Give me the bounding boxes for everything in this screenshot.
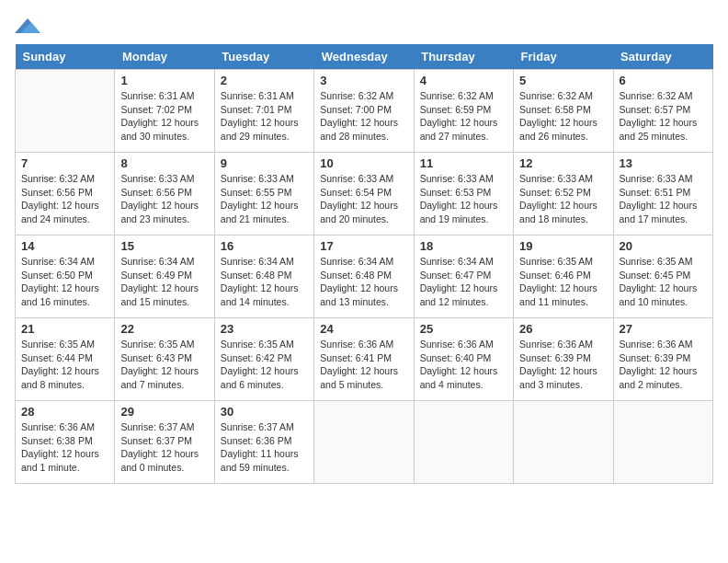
calendar-cell: 18Sunrise: 6:34 AMSunset: 6:47 PMDayligh… [414,236,513,318]
week-row-3: 14Sunrise: 6:34 AMSunset: 6:50 PMDayligh… [16,236,713,318]
day-number: 1 [120,74,208,87]
day-number: 15 [120,239,208,253]
day-number: 22 [120,322,208,336]
day-info: Sunrise: 6:33 AMSunset: 6:54 PMDaylight:… [320,172,407,226]
calendar-cell: 19Sunrise: 6:35 AMSunset: 6:46 PMDayligh… [514,236,613,318]
day-number: 20 [620,239,707,253]
day-number: 18 [420,239,507,253]
day-number: 14 [21,239,108,253]
day-number: 6 [620,74,707,87]
calendar-cell: 30Sunrise: 6:37 AMSunset: 6:36 PMDayligh… [214,401,313,484]
header-saturday: Saturday [613,44,712,70]
day-number: 17 [320,239,407,253]
day-number: 26 [519,322,607,336]
day-number: 9 [221,156,308,170]
day-info: Sunrise: 6:33 AMSunset: 6:55 PMDaylight:… [221,172,308,226]
week-row-2: 7Sunrise: 6:32 AMSunset: 6:56 PMDaylight… [16,153,713,236]
day-number: 2 [221,74,308,87]
day-number: 7 [21,156,108,170]
calendar-cell: 14Sunrise: 6:34 AMSunset: 6:50 PMDayligh… [16,236,115,318]
day-number: 5 [519,74,607,87]
day-info: Sunrise: 6:34 AMSunset: 6:48 PMDaylight:… [221,255,308,309]
calendar-cell [613,401,712,484]
day-number: 12 [519,156,607,170]
day-info: Sunrise: 6:37 AMSunset: 6:36 PMDaylight:… [221,420,308,475]
calendar-cell: 12Sunrise: 6:33 AMSunset: 6:52 PMDayligh… [514,153,613,236]
calendar-cell: 22Sunrise: 6:35 AMSunset: 6:43 PMDayligh… [115,318,214,401]
day-number: 28 [21,405,108,419]
calendar-cell: 28Sunrise: 6:36 AMSunset: 6:38 PMDayligh… [16,401,115,484]
calendar-cell: 15Sunrise: 6:34 AMSunset: 6:49 PMDayligh… [115,236,214,318]
day-info: Sunrise: 6:34 AMSunset: 6:49 PMDaylight:… [120,255,208,309]
header-tuesday: Tuesday [214,44,313,70]
calendar-cell: 26Sunrise: 6:36 AMSunset: 6:39 PMDayligh… [514,318,613,401]
day-number: 23 [221,322,308,336]
day-number: 3 [320,74,407,87]
day-info: Sunrise: 6:32 AMSunset: 6:58 PMDaylight:… [519,89,607,144]
day-info: Sunrise: 6:34 AMSunset: 6:47 PMDaylight:… [420,255,507,309]
calendar-cell: 27Sunrise: 6:36 AMSunset: 6:39 PMDayligh… [613,318,712,401]
week-row-4: 21Sunrise: 6:35 AMSunset: 6:44 PMDayligh… [16,318,713,401]
header-row: SundayMondayTuesdayWednesdayThursdayFrid… [16,44,713,70]
day-info: Sunrise: 6:37 AMSunset: 6:37 PMDaylight:… [120,420,208,475]
calendar-cell: 25Sunrise: 6:36 AMSunset: 6:40 PMDayligh… [414,318,513,401]
day-info: Sunrise: 6:35 AMSunset: 6:45 PMDaylight:… [620,255,707,309]
calendar-cell: 24Sunrise: 6:36 AMSunset: 6:41 PMDayligh… [314,318,414,401]
day-number: 11 [420,156,507,170]
calendar-cell [314,401,414,484]
day-info: Sunrise: 6:32 AMSunset: 6:57 PMDaylight:… [620,89,707,144]
day-number: 30 [221,405,308,419]
day-info: Sunrise: 6:32 AMSunset: 7:00 PMDaylight:… [320,89,407,144]
calendar-cell: 11Sunrise: 6:33 AMSunset: 6:53 PMDayligh… [414,153,513,236]
calendar-cell: 16Sunrise: 6:34 AMSunset: 6:48 PMDayligh… [214,236,313,318]
day-number: 10 [320,156,407,170]
day-info: Sunrise: 6:35 AMSunset: 6:42 PMDaylight:… [221,338,308,392]
day-number: 8 [120,156,208,170]
calendar-cell [414,401,513,484]
day-info: Sunrise: 6:32 AMSunset: 6:56 PMDaylight:… [21,172,108,226]
day-number: 25 [420,322,507,336]
calendar-cell: 4Sunrise: 6:32 AMSunset: 6:59 PMDaylight… [414,70,513,153]
logo-icon [15,15,40,37]
day-number: 19 [519,239,607,253]
calendar-cell [16,70,115,153]
calendar-cell: 6Sunrise: 6:32 AMSunset: 6:57 PMDaylight… [613,70,712,153]
day-number: 29 [120,405,208,419]
day-info: Sunrise: 6:36 AMSunset: 6:38 PMDaylight:… [21,420,108,475]
header-friday: Friday [514,44,613,70]
calendar-cell: 20Sunrise: 6:35 AMSunset: 6:45 PMDayligh… [613,236,712,318]
week-row-5: 28Sunrise: 6:36 AMSunset: 6:38 PMDayligh… [16,401,713,484]
day-number: 27 [620,322,707,336]
calendar-cell: 9Sunrise: 6:33 AMSunset: 6:55 PMDaylight… [214,153,313,236]
calendar-cell [514,401,613,484]
calendar-cell: 10Sunrise: 6:33 AMSunset: 6:54 PMDayligh… [314,153,414,236]
day-info: Sunrise: 6:35 AMSunset: 6:43 PMDaylight:… [120,338,208,392]
day-info: Sunrise: 6:35 AMSunset: 6:46 PMDaylight:… [519,255,607,309]
calendar-cell: 3Sunrise: 6:32 AMSunset: 7:00 PMDaylight… [314,70,414,153]
calendar-cell: 23Sunrise: 6:35 AMSunset: 6:42 PMDayligh… [214,318,313,401]
day-info: Sunrise: 6:31 AMSunset: 7:01 PMDaylight:… [221,89,308,144]
day-info: Sunrise: 6:33 AMSunset: 6:56 PMDaylight:… [120,172,208,226]
header-wednesday: Wednesday [314,44,414,70]
day-info: Sunrise: 6:33 AMSunset: 6:53 PMDaylight:… [420,172,507,226]
day-number: 24 [320,322,407,336]
header [15,15,713,37]
header-sunday: Sunday [16,44,115,70]
header-thursday: Thursday [414,44,513,70]
day-info: Sunrise: 6:34 AMSunset: 6:48 PMDaylight:… [320,255,407,309]
day-number: 16 [221,239,308,253]
calendar-cell: 5Sunrise: 6:32 AMSunset: 6:58 PMDaylight… [514,70,613,153]
calendar-cell: 7Sunrise: 6:32 AMSunset: 6:56 PMDaylight… [16,153,115,236]
day-info: Sunrise: 6:31 AMSunset: 7:02 PMDaylight:… [120,89,208,144]
day-info: Sunrise: 6:33 AMSunset: 6:51 PMDaylight:… [620,172,707,226]
calendar-cell: 21Sunrise: 6:35 AMSunset: 6:44 PMDayligh… [16,318,115,401]
day-info: Sunrise: 6:36 AMSunset: 6:41 PMDaylight:… [320,338,407,392]
calendar-table: SundayMondayTuesdayWednesdayThursdayFrid… [15,44,713,484]
calendar-cell: 17Sunrise: 6:34 AMSunset: 6:48 PMDayligh… [314,236,414,318]
day-info: Sunrise: 6:35 AMSunset: 6:44 PMDaylight:… [21,338,108,392]
day-number: 4 [420,74,507,87]
week-row-1: 1Sunrise: 6:31 AMSunset: 7:02 PMDaylight… [16,70,713,153]
day-info: Sunrise: 6:36 AMSunset: 6:39 PMDaylight:… [519,338,607,392]
day-info: Sunrise: 6:34 AMSunset: 6:50 PMDaylight:… [21,255,108,309]
logo [15,15,44,37]
